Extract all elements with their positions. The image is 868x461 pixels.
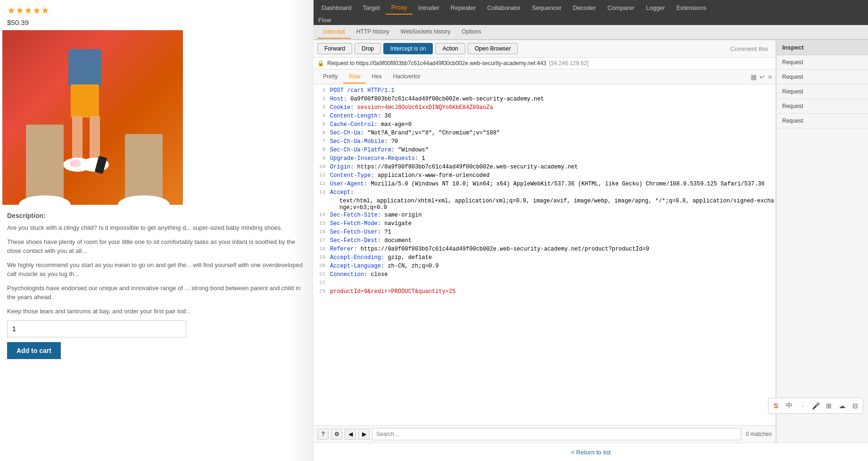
format-tabs: Pretty Raw Hex Hackvertor ▦ ↵ ≡ (314, 69, 776, 84)
grid-icon2[interactable]: ⊟ (850, 400, 861, 411)
description-text-2: These shoes have plenty of room for your… (7, 237, 306, 256)
svg-rect-0 (68, 49, 101, 87)
request-body[interactable]: 1 POST /cart HTTP/1.1 2 Host: 0a9f00f803… (314, 84, 776, 425)
tab-options[interactable]: Options (456, 25, 487, 39)
main-content: Forward Drop Intercept is on Action Open… (314, 40, 868, 443)
nav-sequencer[interactable]: Sequencer (526, 1, 567, 14)
action-button[interactable]: Action (435, 43, 465, 54)
chinese-icon[interactable]: 中 (784, 400, 795, 411)
line-6: 6 Sec-Ch-Ua: "Not?A_Brand";v="8", "Chrom… (314, 129, 776, 138)
tab-websockets[interactable]: WebSockets history (395, 25, 456, 39)
add-to-cart-button[interactable]: Add to cart (7, 342, 61, 359)
forward-button[interactable]: Forward (317, 43, 352, 54)
description-text-3: We highly recommend you start as you mea… (7, 260, 306, 279)
inspect-item-4[interactable]: Request (777, 99, 868, 114)
svg-rect-1 (71, 84, 99, 117)
back-button[interactable]: ◀ (345, 428, 356, 440)
tab-raw[interactable]: Raw (343, 70, 366, 84)
flow-label: Flow (314, 15, 868, 25)
nav-decoder[interactable]: Decoder (567, 1, 602, 14)
line-10: 10 Origin: https://0a9f00f803bb7c61c44ad… (314, 163, 776, 172)
description-text-1: Are you stuck with a clingy child? Is it… (7, 223, 306, 233)
description-section: Description: Are you stuck with a clingy… (0, 205, 314, 366)
product-panel: ★ ★ ★ ★ ★ $50.39 (0, 0, 314, 461)
svg-rect-2 (72, 116, 83, 159)
line-12: 12 User-Agent: Mozilla/5.0 (Windows NT 1… (314, 180, 776, 189)
request-ip: [34.246.129.62] (549, 60, 588, 67)
dot-icon[interactable]: · (797, 400, 808, 411)
newline-icon[interactable]: ↵ (760, 73, 765, 81)
inspect-item-5[interactable]: Request (777, 114, 868, 128)
lock-icon: 🔒 (317, 60, 324, 67)
svg-point-6 (70, 159, 81, 167)
line-7: 7 Sec-Ch-Ua-Mobile: ?0 (314, 138, 776, 146)
svg-rect-8 (26, 125, 64, 200)
description-text-4: Psychologists have endorsed our unique a… (7, 284, 306, 302)
cloud-icon[interactable]: ☁ (836, 400, 848, 411)
open-browser-button[interactable]: Open Browser (468, 43, 518, 54)
nav-dashboard[interactable]: Dashboard (316, 1, 357, 14)
nav-collaborator[interactable]: Collaborator (481, 1, 526, 14)
return-to-list-link[interactable]: < Return to list (571, 449, 611, 456)
search-input[interactable] (372, 428, 741, 440)
drop-button[interactable]: Drop (355, 43, 381, 54)
product-rating: ★ ★ ★ ★ ★ (0, 0, 314, 18)
line-11: 11 Content-Type: application/x-www-form-… (314, 172, 776, 180)
inspect-item-3[interactable]: Request (777, 84, 868, 99)
line-8: 8 Sec-Ch-Ua-Platform: "Windows" (314, 146, 776, 155)
product-price: $50.39 (0, 18, 314, 30)
bottom-toolbar: ? ⚙ ◀ ▶ 0 matches (314, 425, 776, 443)
line-4: 4 Content-Length: 36 (314, 112, 776, 121)
settings-button[interactable]: ⚙ (331, 428, 342, 440)
help-button[interactable]: ? (317, 428, 329, 440)
tab-intercept[interactable]: Intercept (317, 25, 351, 39)
nav-target[interactable]: Target (357, 1, 386, 14)
line-2: 2 Host: 0a9f00f803bb7c61c44ad49f00cb002e… (314, 95, 776, 104)
top-navigation: Dashboard Target Proxy Intruder Repeater… (314, 0, 868, 15)
floating-toolbar: S 中 · 🎤 ⊞ ☁ ⊟ (768, 398, 863, 414)
menu-icon[interactable]: ≡ (768, 73, 772, 81)
line-21: 21 Connection: close (314, 271, 776, 279)
star-4: ★ (33, 5, 41, 16)
description-title: Description: (7, 212, 306, 219)
inspect-header: Inspect (777, 40, 868, 55)
line-5: 5 Cache-Control: max-age=0 (314, 121, 776, 129)
burp-panel: Dashboard Target Proxy Intruder Repeater… (314, 0, 868, 461)
inspect-item-2[interactable]: Request (777, 70, 868, 84)
line-13: 13 Accept: (314, 189, 776, 197)
nav-comparer[interactable]: Comparer (602, 1, 640, 14)
sogou-icon: S (770, 400, 782, 411)
line-17: 17 Sec-Fetch-Dest: document (314, 237, 776, 245)
line-23: 23 productId=9&redir=PRODUCT&quantity=25 (314, 288, 776, 296)
table-icon[interactable]: ⊞ (823, 400, 835, 411)
tab-http-history[interactable]: HTTP history (351, 25, 395, 39)
tab-pretty[interactable]: Pretty (317, 70, 343, 84)
line-9: 9 Upgrade-Insecure-Requests: 1 (314, 155, 776, 163)
star-5: ★ (41, 5, 50, 16)
line-1: 1 POST /cart HTTP/1.1 (314, 87, 776, 95)
line-22: 22 (314, 279, 776, 288)
flow-text: Flow (318, 17, 331, 24)
mic-icon[interactable]: 🎤 (810, 400, 821, 411)
tab-hackvertor[interactable]: Hackvertor (388, 70, 426, 84)
request-url: Request to https://0a9f00f803bb7c61c44ad… (327, 60, 546, 67)
star-3: ★ (24, 5, 33, 16)
intercept-tabs: Intercept HTTP history WebSockets histor… (314, 25, 868, 40)
quantity-input[interactable] (7, 320, 186, 337)
product-image (2, 30, 183, 205)
nav-proxy[interactable]: Proxy (386, 1, 413, 15)
tab-hex[interactable]: Hex (366, 70, 387, 84)
inspect-item-1[interactable]: Request (777, 55, 868, 70)
star-2: ★ (16, 5, 24, 16)
nav-repeater[interactable]: Repeater (445, 1, 481, 14)
intercept-on-button[interactable]: Intercept is on (383, 43, 433, 54)
inspect-panel: Inspect Request Request Request Request … (776, 40, 868, 443)
nav-logger[interactable]: Logger (640, 1, 670, 14)
grid-icon[interactable]: ▦ (751, 73, 757, 81)
nav-intruder[interactable]: Intruder (413, 1, 445, 14)
nav-extensions[interactable]: Extensions (670, 1, 712, 14)
forward-search-button[interactable]: ▶ (358, 428, 370, 440)
description-text-5: Keep those tears and tantrums at bay, an… (7, 307, 306, 316)
match-count: 0 matches (746, 431, 772, 437)
svg-rect-3 (90, 116, 100, 159)
